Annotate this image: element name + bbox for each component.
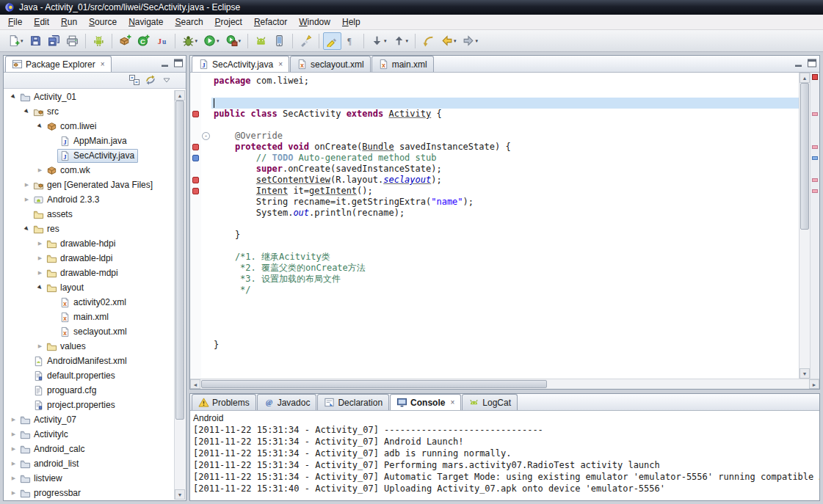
- next-annotation-button[interactable]: ▾: [368, 32, 390, 50]
- tree-item-values[interactable]: ▶values: [4, 339, 174, 354]
- scroll-left-icon[interactable]: ◄: [190, 379, 200, 389]
- tree-item-androidmanifest-xml[interactable]: AndroidManifest.xml: [4, 354, 174, 368]
- expand-arrow-icon[interactable]: ▶: [10, 490, 18, 496]
- menu-navigate[interactable]: Navigate: [123, 15, 169, 29]
- tree-item-appmain-java[interactable]: JAppMain.java: [4, 134, 174, 148]
- new-junit-test-button[interactable]: Ju: [153, 32, 171, 50]
- expand-arrow-icon[interactable]: ▶: [10, 461, 18, 467]
- task-marker-icon[interactable]: [192, 155, 199, 161]
- tree-item-project-properties[interactable]: project.properties: [4, 398, 174, 412]
- console-tab-console[interactable]: Console×: [390, 394, 461, 410]
- dropdown-arrow-icon[interactable]: ▾: [239, 38, 242, 44]
- tree-item-progressbar[interactable]: ▶progressbar: [4, 486, 174, 500]
- tree-item-src[interactable]: ▶src: [4, 104, 174, 119]
- tree-item-activity-07[interactable]: ▶Activity_07: [4, 412, 174, 427]
- minimize-editor-button[interactable]: [793, 57, 805, 69]
- search-button[interactable]: [297, 32, 315, 50]
- editor-vertical-scrollbar[interactable]: ▲ ▼: [799, 73, 810, 379]
- forward-button[interactable]: ▾: [460, 32, 482, 50]
- save-button[interactable]: [26, 32, 45, 50]
- dropdown-arrow-icon[interactable]: ▾: [384, 38, 387, 44]
- tree-item-assets[interactable]: assets: [4, 207, 174, 222]
- scroll-down-icon[interactable]: ▼: [800, 368, 810, 379]
- dropdown-arrow-icon[interactable]: ▾: [195, 38, 198, 44]
- overview-ruler[interactable]: [810, 73, 819, 379]
- avd-manager-button[interactable]: [270, 32, 289, 50]
- tree-item-proguard-cfg[interactable]: proguard.cfg: [4, 383, 174, 398]
- code-area[interactable]: package com.liwei;public class SecActivi…: [211, 73, 799, 379]
- menu-run[interactable]: Run: [55, 15, 83, 29]
- console-tab-logcat[interactable]: LogCat: [462, 394, 518, 410]
- expand-arrow-icon[interactable]: ▶: [36, 255, 44, 261]
- tree-item-seclayout-xml[interactable]: xseclayout.xml: [4, 324, 174, 339]
- error-marker-icon[interactable]: [192, 177, 199, 183]
- close-tab-icon[interactable]: ×: [278, 61, 283, 68]
- error-marker-icon[interactable]: [192, 188, 199, 194]
- tree-item-default-properties[interactable]: default.properties: [4, 368, 174, 383]
- error-overview-marker[interactable]: [812, 178, 818, 182]
- error-overview-marker[interactable]: [812, 189, 818, 193]
- new-java-class-button[interactable]: C: [134, 32, 153, 50]
- expand-arrow-icon[interactable]: ▶: [36, 343, 44, 349]
- tree-item-drawable-ldpi[interactable]: ▶drawable-ldpi: [4, 251, 174, 266]
- dropdown-arrow-icon[interactable]: ▾: [21, 38, 23, 44]
- console-tab-declaration[interactable]: Declaration: [317, 394, 389, 410]
- toggle-mark-occurrences-button[interactable]: [323, 32, 341, 50]
- close-tab-icon[interactable]: ×: [450, 399, 454, 406]
- menu-edit[interactable]: Edit: [28, 15, 55, 29]
- task-overview-marker[interactable]: [812, 156, 818, 160]
- maximize-editor-button[interactable]: [806, 57, 818, 69]
- editor-horizontal-scrollbar[interactable]: ◄ ►: [190, 379, 819, 389]
- scroll-up-icon[interactable]: ▲: [800, 73, 810, 83]
- print-button[interactable]: [63, 32, 81, 50]
- collapse-all-button[interactable]: [128, 74, 140, 86]
- save-all-button[interactable]: [45, 32, 63, 50]
- error-marker-icon[interactable]: [192, 111, 199, 117]
- new-java-package-button[interactable]: [116, 32, 134, 50]
- close-view-icon[interactable]: ×: [101, 61, 105, 68]
- console-body[interactable]: Android [2011-11-22 15:31:34 - Activity_…: [190, 411, 819, 500]
- menu-search[interactable]: Search: [170, 15, 209, 29]
- dropdown-arrow-icon[interactable]: ▾: [476, 38, 479, 44]
- tree-item-listview[interactable]: ▶listview: [4, 471, 174, 486]
- expand-arrow-icon[interactable]: ▶: [36, 270, 44, 276]
- tree-item-secactivity-java[interactable]: JSecActivity.java: [4, 148, 174, 163]
- expand-arrow-icon[interactable]: ▶: [36, 167, 44, 173]
- error-indicator-icon[interactable]: [812, 74, 818, 80]
- tree-item-android-list[interactable]: ▶android_list: [4, 456, 174, 471]
- expand-arrow-icon[interactable]: ▶: [10, 446, 18, 452]
- link-with-editor-button[interactable]: [145, 74, 156, 86]
- run-button[interactable]: ▾: [200, 32, 222, 50]
- collapse-fold-icon[interactable]: -: [202, 132, 210, 140]
- last-edit-location-button[interactable]: [419, 32, 438, 50]
- minimize-view-button[interactable]: [159, 57, 171, 69]
- expand-arrow-icon[interactable]: ▶: [23, 197, 31, 202]
- dropdown-arrow-icon[interactable]: ▾: [454, 38, 457, 44]
- tree-item-main-xml[interactable]: xmain.xml: [4, 310, 174, 324]
- package-explorer-tab[interactable]: Package Explorer ×: [5, 56, 112, 72]
- scroll-right-icon[interactable]: ►: [809, 379, 819, 389]
- tree-item-drawable-hdpi[interactable]: ▶drawable-hdpi: [4, 236, 174, 251]
- scroll-down-icon[interactable]: ▼: [175, 489, 185, 500]
- menu-source[interactable]: Source: [83, 15, 123, 29]
- previous-annotation-button[interactable]: ▾: [390, 32, 412, 50]
- menu-file[interactable]: File: [2, 15, 28, 29]
- editor-tab-seclayout-xml[interactable]: xseclayout.xml: [290, 56, 371, 72]
- external-tools-button[interactable]: ▾: [222, 32, 244, 50]
- menu-window[interactable]: Window: [293, 15, 336, 29]
- error-marker-icon[interactable]: [192, 144, 199, 150]
- tree-item-android-calc[interactable]: ▶Android_calc: [4, 442, 174, 456]
- tree-item-res[interactable]: ▶res: [4, 222, 174, 236]
- expand-arrow-icon[interactable]: ▶: [36, 241, 44, 246]
- tree-item-gen-generated-java-files[interactable]: ▶gen [Generated Java Files]: [4, 178, 174, 192]
- editor-tab-main-xml[interactable]: xmain.xml: [371, 56, 434, 72]
- menu-project[interactable]: Project: [209, 15, 248, 29]
- menu-help[interactable]: Help: [336, 15, 366, 29]
- scrollbar-thumb[interactable]: [175, 101, 184, 420]
- expand-arrow-icon[interactable]: ▶: [10, 475, 18, 481]
- tree-item-activity-01[interactable]: ▶Activity_01: [4, 90, 174, 104]
- scrollbar-thumb[interactable]: [201, 380, 547, 388]
- tree-item-activity02-xml[interactable]: xactivity02.xml: [4, 295, 174, 310]
- tree-item-com-liwei[interactable]: ▶com.liwei: [4, 119, 174, 134]
- scrollbar-thumb[interactable]: [800, 83, 809, 230]
